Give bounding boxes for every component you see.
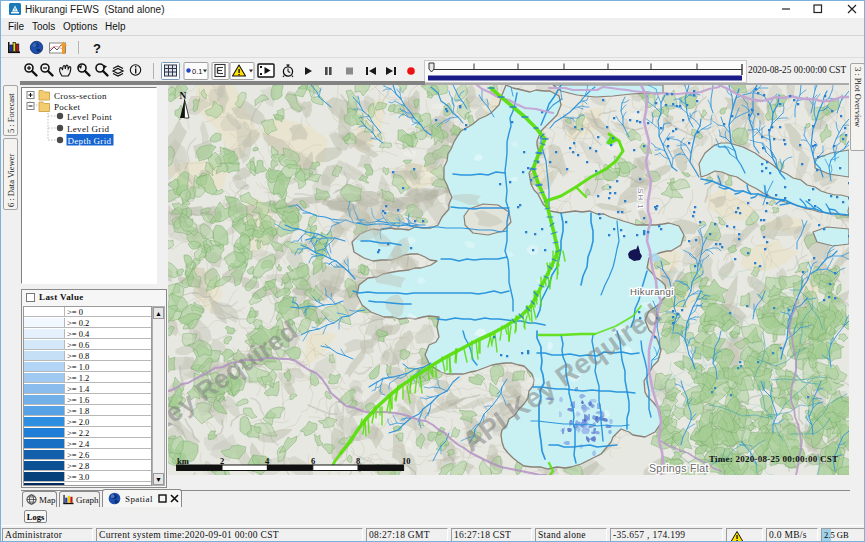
svg-text:Pocket: Pocket <box>54 102 80 112</box>
svg-text:Cross-section: Cross-section <box>54 91 107 101</box>
svg-text:Hikurangi: Hikurangi <box>630 286 674 297</box>
svg-text:0.1: 0.1 <box>192 67 202 76</box>
svg-text:SH 1: SH 1 <box>636 188 645 210</box>
svg-text:N: N <box>180 91 187 101</box>
svg-text:?: ? <box>93 41 101 56</box>
svg-text:Level Grid: Level Grid <box>67 124 109 134</box>
svg-text:Level Point: Level Point <box>67 112 112 122</box>
svg-text:Depth Grid: Depth Grid <box>68 136 112 146</box>
svg-text:Springs Flat: Springs Flat <box>649 462 709 474</box>
svg-text:Time: 2020-08-25 00:00:00 CST: Time: 2020-08-25 00:00:00 CST <box>709 454 838 464</box>
